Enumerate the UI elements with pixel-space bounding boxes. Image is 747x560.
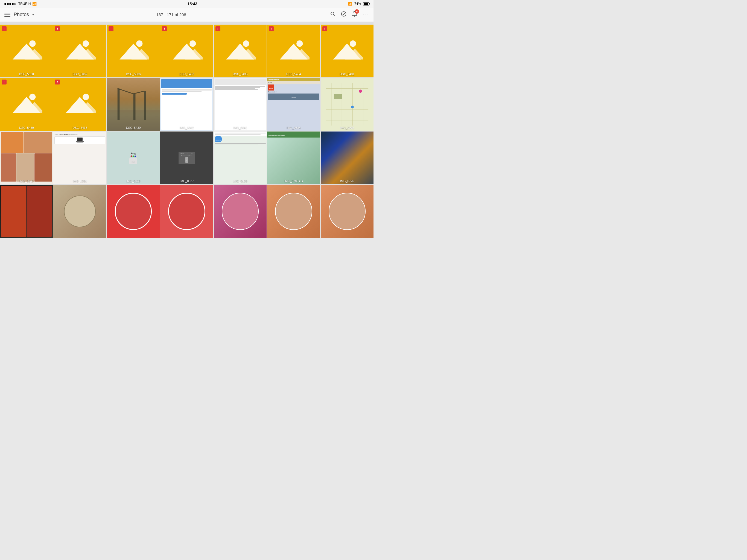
svg-point-10 <box>136 41 143 47</box>
photo-cell-IMG_0334[interactable]: Configuration Muvap Status Disconnected … <box>267 78 320 131</box>
photo-cell-DSC_5433[interactable]: !DSC_5433 <box>53 78 106 131</box>
svg-point-28 <box>83 94 89 100</box>
notification-button[interactable]: 6 <box>352 11 357 18</box>
photo-cell-DSC_5434[interactable]: !DSC_5434 <box>267 25 320 77</box>
warning-badge-DSC_5430a: ! <box>2 80 6 84</box>
photo-cell-DSC_5437[interactable]: !DSC_5437 <box>160 25 213 77</box>
photo-cell-DSC_5430a[interactable]: !DSC_5430 <box>0 78 53 131</box>
warning-badge-DSC_5437: ! <box>162 26 167 31</box>
warning-badge-DSC_5435: ! <box>215 26 221 31</box>
svg-point-46 <box>359 90 362 93</box>
svg-point-7 <box>83 41 89 47</box>
photo-label-IMG_0042: IMG_0042 <box>160 126 213 129</box>
photo-cell-DSC_5667[interactable]: !DSC_5667 <box>53 25 106 77</box>
photo-cell-IMG_0780[interactable]: 100% Remaining 100% Charged IMG_0780 (1) <box>267 131 320 184</box>
photo-cell-IMG_0039[interactable]: Swipe to push ahead with a new idea IMG_… <box>53 131 106 184</box>
photo-cell-DSC_5430b[interactable]: DSC_5430 <box>107 78 160 131</box>
signal-dots <box>4 2 17 6</box>
svg-line-1 <box>334 15 335 16</box>
nav-actions: 6 ··· <box>330 11 369 18</box>
photo-label-DSC_5433: DSC_5433 <box>53 126 106 129</box>
warning-badge-DSC_5434: ! <box>269 26 274 31</box>
search-button[interactable] <box>330 11 335 18</box>
svg-rect-34 <box>144 91 146 120</box>
photo-cell-IMG_0040[interactable]: IMG_0040 <box>0 131 53 184</box>
photo-cell-DSC_5668[interactable]: !DSC_5668 <box>0 25 53 77</box>
photo-grid: !DSC_5668 !DSC_5667 !DSC_5666 !DSC_5437 … <box>0 25 374 238</box>
more-button[interactable]: ··· <box>363 11 369 18</box>
carrier-label: TRUE-H <box>18 2 31 6</box>
photo-cell-row4_5[interactable] <box>214 185 266 238</box>
svg-line-35 <box>118 88 133 94</box>
photo-label-DSC_5431: DSC_5431 <box>321 73 374 76</box>
photo-label-DSC_5667: DSC_5667 <box>53 73 106 76</box>
svg-point-13 <box>189 41 196 47</box>
photo-label-IMG_0041: IMG_0041 <box>214 126 266 129</box>
photo-cell-IMG_0038[interactable]: Forg START IMG_0038 <box>107 131 160 184</box>
svg-rect-37 <box>321 78 374 131</box>
svg-point-4 <box>29 41 35 47</box>
photo-cell-IMG_0037[interactable]: Multiple formats imported Please tell us… <box>160 131 213 184</box>
photo-cell-DSC_5435[interactable]: !DSC_5435 <box>214 25 266 77</box>
photo-label-IMG_0905: IMG_0905 <box>214 179 266 183</box>
warning-badge-DSC_5667: ! <box>55 26 60 31</box>
photo-cell-DSC_5666[interactable]: !DSC_5666 <box>107 25 160 77</box>
photo-cell-IMG_0726[interactable]: IMG_0726 <box>321 131 374 184</box>
photo-cell-row4_2[interactable] <box>53 185 106 238</box>
photo-cell-IMG_0915[interactable]: IMG_0915 <box>321 78 374 131</box>
svg-point-47 <box>351 106 354 108</box>
status-time: 15:43 <box>187 2 198 6</box>
photo-label-DSC_5666: DSC_5666 <box>107 73 160 76</box>
photo-cell-row4_3[interactable] <box>107 185 160 238</box>
svg-rect-33 <box>133 94 136 120</box>
nav-bar: Photos ▾ 137 - 171 of 208 6 ··· <box>0 8 374 22</box>
warning-badge-DSC_5433: ! <box>55 80 60 84</box>
photo-label-IMG_0726: IMG_0726 <box>321 179 374 183</box>
battery-percent: 74% <box>354 2 361 6</box>
photo-label-IMG_0037: IMG_0037 <box>160 179 213 183</box>
photo-label-IMG_0915: IMG_0915 <box>321 126 374 129</box>
photo-label-IMG_0040: IMG_0040 <box>0 179 53 183</box>
photo-label-DSC_5435: DSC_5435 <box>214 73 266 76</box>
svg-point-22 <box>350 41 356 47</box>
photo-label-DSC_5434: DSC_5434 <box>267 73 320 76</box>
check-circle-button[interactable] <box>341 11 346 18</box>
svg-rect-48 <box>334 94 342 99</box>
svg-point-19 <box>297 41 303 47</box>
status-bar: TRUE-H 📶 15:43 📶 74% <box>0 0 374 8</box>
photo-cell-row4_1[interactable] <box>0 185 53 238</box>
svg-line-36 <box>133 91 144 94</box>
section-divider <box>0 22 374 25</box>
hamburger-button[interactable] <box>4 13 10 17</box>
warning-badge-DSC_5668: ! <box>2 26 6 31</box>
photo-label-DSC_5430b: DSC_5430 <box>107 126 160 129</box>
warning-badge-DSC_5431: ! <box>323 26 327 31</box>
battery-icon <box>363 2 369 5</box>
photo-cell-DSC_5431[interactable]: !DSC_5431 <box>321 25 374 77</box>
notification-badge: 6 <box>355 9 359 14</box>
wifi-icon: 📶 <box>32 2 36 6</box>
status-left: TRUE-H 📶 <box>4 2 36 6</box>
photo-cell-row4_4[interactable] <box>160 185 213 238</box>
warning-badge-DSC_5666: ! <box>108 26 113 31</box>
photo-label-DSC_5430a: DSC_5430 <box>0 126 53 129</box>
photo-label-DSC_5437: DSC_5437 <box>160 73 213 76</box>
status-right: 📶 74% <box>348 2 369 6</box>
svg-point-2 <box>341 12 346 17</box>
photo-cell-IMG_0905[interactable]: Today 6:24 AM IMG_0905 <box>214 131 266 184</box>
photo-label-IMG_0038: IMG_0038 <box>107 179 160 183</box>
photo-cell-IMG_0042[interactable]: IMG_0042 <box>160 78 213 131</box>
svg-rect-32 <box>118 88 120 120</box>
nav-count: 137 - 171 of 208 <box>16 12 327 17</box>
photo-cell-row4_6[interactable] <box>267 185 320 238</box>
photo-cell-row4_7[interactable] <box>321 185 374 238</box>
photo-cell-IMG_0041[interactable]: IMG_0041 <box>214 78 266 131</box>
photo-label-IMG_0039: IMG_0039 <box>53 179 106 183</box>
photo-label-IMG_0780: IMG_0780 (1) <box>267 179 320 183</box>
svg-point-25 <box>29 94 35 100</box>
svg-point-16 <box>243 41 249 47</box>
photo-label-DSC_5668: DSC_5668 <box>0 73 53 76</box>
photo-label-IMG_0334: IMG_0334 <box>267 126 320 129</box>
bluetooth-icon: 📶 <box>348 2 352 6</box>
